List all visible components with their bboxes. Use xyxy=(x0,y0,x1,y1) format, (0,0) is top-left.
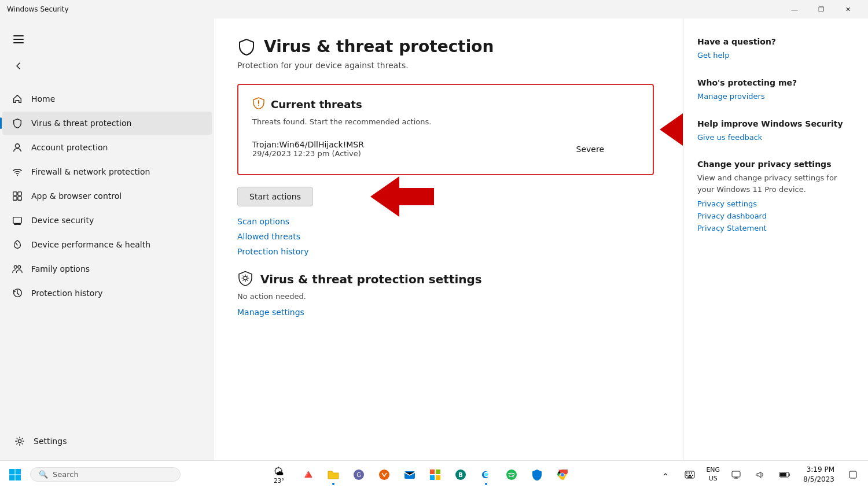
sidebar-item-account[interactable]: Account protection xyxy=(2,136,212,159)
svg-rect-34 xyxy=(686,472,687,474)
taskbar-right: ENG US 3:19 PM 8/5/2023 xyxy=(655,464,863,485)
close-button[interactable]: ✕ xyxy=(834,0,861,19)
privacy-desc: View and change privacy settings for you… xyxy=(697,172,854,195)
taskbar-notification-icon[interactable] xyxy=(843,464,863,485)
settings-section-icon xyxy=(237,270,253,289)
threats-card: Current threats Threats found. Start the… xyxy=(237,84,654,175)
taskbar: 🔍 Search 🌤 23° 🔺 G xyxy=(0,460,868,488)
sidebar-item-appbrowser[interactable]: App & browser control xyxy=(2,184,212,208)
hamburger-button[interactable] xyxy=(7,28,30,51)
svg-point-21 xyxy=(379,469,389,480)
taskbar-app-spotify[interactable] xyxy=(500,463,523,486)
taskbar-app-chrome[interactable] xyxy=(551,463,574,486)
page-title: Virus & threat protection xyxy=(264,37,494,56)
family-icon xyxy=(12,263,23,275)
taskbar-display-icon[interactable] xyxy=(726,464,746,485)
sidebar-item-deviceperf-label: Device performance & health xyxy=(31,240,150,249)
language-indicator[interactable]: ENG US xyxy=(704,466,722,483)
taskbar-app-weather[interactable]: 🌤 23° xyxy=(264,463,294,486)
manage-settings-link[interactable]: Manage settings xyxy=(237,308,304,317)
svg-rect-5 xyxy=(13,192,17,195)
start-actions-arrow xyxy=(370,176,434,217)
svg-rect-15 xyxy=(9,469,15,475)
sidebar-item-firewall[interactable]: Firewall & network protection xyxy=(2,160,212,183)
maximize-button[interactable]: ❐ xyxy=(808,0,834,19)
taskbar-app-avast[interactable]: 🔺 xyxy=(296,463,319,486)
taskbar-app-winsec[interactable] xyxy=(525,463,549,486)
svg-point-3 xyxy=(15,144,19,148)
svg-rect-2 xyxy=(13,42,24,43)
taskbar-app-mail[interactable] xyxy=(398,463,421,486)
app-container: Home Virus & threat protection Account p… xyxy=(0,19,868,460)
manage-providers-link[interactable]: Manage providers xyxy=(697,91,854,103)
clock-date: 8/5/2023 xyxy=(803,475,834,485)
taskbar-chevron-up[interactable] xyxy=(655,464,676,485)
window-controls: — ❐ ✕ xyxy=(781,0,861,19)
threat-arrow xyxy=(660,109,683,150)
svg-rect-38 xyxy=(689,475,691,476)
privacy-dashboard-link[interactable]: Privacy dashboard xyxy=(697,210,854,223)
sidebar-item-history[interactable]: Protection history xyxy=(2,282,212,305)
svg-rect-43 xyxy=(780,473,786,476)
sidebar-item-devicesec[interactable]: Device security xyxy=(2,209,212,232)
svg-point-13 xyxy=(258,105,259,106)
gear-icon xyxy=(14,435,25,447)
allowed-threats-link[interactable]: Allowed threats xyxy=(237,232,660,241)
svg-rect-18 xyxy=(16,475,21,480)
taskbar-app-store[interactable] xyxy=(424,463,447,486)
privacy-statement-link[interactable]: Privacy Statement xyxy=(697,223,854,235)
svg-rect-23 xyxy=(430,469,435,474)
scan-options-link[interactable]: Scan options xyxy=(237,217,660,226)
taskbar-app-filemanager[interactable] xyxy=(322,463,345,486)
taskbar-app-bing[interactable]: B xyxy=(449,463,472,486)
svg-rect-39 xyxy=(692,475,693,476)
protection-history-link[interactable]: Protection history xyxy=(237,247,660,256)
wifi-icon xyxy=(12,166,23,178)
taskbar-clock[interactable]: 3:19 PM 8/5/2023 xyxy=(799,465,839,485)
back-button[interactable] xyxy=(7,54,30,77)
sidebar-item-family[interactable]: Family options xyxy=(2,257,212,280)
svg-point-10 xyxy=(14,265,17,268)
svg-rect-0 xyxy=(13,35,24,36)
taskbar-volume-icon[interactable] xyxy=(750,464,771,485)
svg-rect-37 xyxy=(686,475,687,476)
start-button[interactable] xyxy=(5,464,25,485)
devicesec-icon xyxy=(12,215,23,226)
sidebar-item-virus[interactable]: Virus & threat protection xyxy=(2,112,212,135)
svg-point-14 xyxy=(244,276,247,280)
threat-name: Trojan:Win64/DllHijack!MSR xyxy=(252,140,565,149)
start-actions-button[interactable]: Start actions xyxy=(237,187,313,206)
help-section-protecting: Who's protecting me? Manage providers xyxy=(697,78,854,103)
sidebar-item-home-label: Home xyxy=(31,94,55,103)
taskbar-search-text: Search xyxy=(53,470,79,479)
home-icon xyxy=(12,93,23,105)
sidebar-item-appbrowser-label: App & browser control xyxy=(31,191,122,201)
taskbar-apps: 🌤 23° 🔺 G B xyxy=(185,463,653,486)
taskbar-battery-icon[interactable] xyxy=(774,464,795,485)
threat-info: Trojan:Win64/DllHijack!MSR 29/4/2023 12:… xyxy=(252,140,565,158)
page-header: Virus & threat protection xyxy=(237,37,660,56)
minimize-button[interactable]: — xyxy=(781,0,808,19)
titlebar: Windows Security — ❐ ✕ xyxy=(0,0,868,19)
svg-point-32 xyxy=(561,473,564,476)
threats-card-wrapper: Current threats Threats found. Start the… xyxy=(237,84,654,175)
taskbar-app-purple[interactable]: G xyxy=(347,463,370,486)
give-feedback-link[interactable]: Give us feedback xyxy=(697,132,854,144)
svg-point-11 xyxy=(18,265,21,268)
taskbar-app-orange[interactable] xyxy=(373,463,396,486)
privacy-settings-link[interactable]: Privacy settings xyxy=(697,198,854,210)
taskbar-search-bar[interactable]: 🔍 Search xyxy=(30,467,181,482)
sidebar-item-virus-label: Virus & threat protection xyxy=(31,119,131,128)
settings-section-subtitle: No action needed. xyxy=(237,292,660,301)
sidebar-item-settings[interactable]: Settings xyxy=(5,430,209,453)
get-help-link[interactable]: Get help xyxy=(697,50,854,62)
help-title-protecting: Who's protecting me? xyxy=(697,78,854,87)
svg-rect-36 xyxy=(691,472,692,474)
sidebar-item-deviceperf[interactable]: Device performance & health xyxy=(2,233,212,256)
svg-rect-7 xyxy=(13,197,17,200)
taskbar-keyboard-icon[interactable] xyxy=(679,464,700,485)
shield-icon xyxy=(12,117,23,129)
sidebar-top xyxy=(0,23,214,87)
taskbar-app-edge[interactable] xyxy=(475,463,498,486)
sidebar-item-home[interactable]: Home xyxy=(2,87,212,110)
